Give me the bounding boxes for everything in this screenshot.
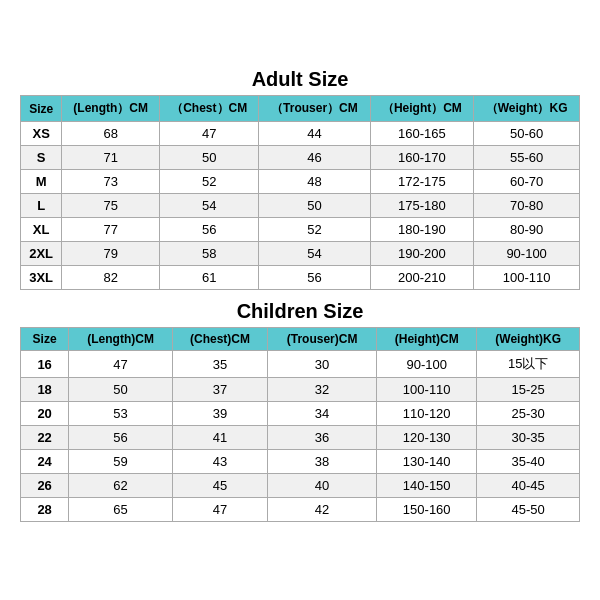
table-row: 1647353090-10015以下	[21, 351, 580, 378]
table-cell: 160-170	[370, 146, 474, 170]
table-cell: 71	[62, 146, 160, 170]
table-row: 26624540140-15040-45	[21, 474, 580, 498]
table-cell: 79	[62, 242, 160, 266]
adult-section: Adult Size Size(Length）CM（Chest）CM（Trous…	[20, 68, 580, 290]
table-cell: 110-120	[377, 402, 477, 426]
table-cell: 50	[160, 146, 259, 170]
table-cell: 140-150	[377, 474, 477, 498]
table-cell: 47	[160, 122, 259, 146]
table-cell: 52	[160, 170, 259, 194]
table-cell: 56	[160, 218, 259, 242]
table-cell: 44	[259, 122, 370, 146]
table-cell: 120-130	[377, 426, 477, 450]
table-cell: M	[21, 170, 62, 194]
table-cell: 47	[172, 498, 267, 522]
children-header-cell: (Weight)KG	[477, 328, 580, 351]
table-row: 20533934110-12025-30	[21, 402, 580, 426]
children-header-cell: (Length)CM	[69, 328, 173, 351]
table-cell: 20	[21, 402, 69, 426]
table-cell: 40	[268, 474, 377, 498]
table-cell: 16	[21, 351, 69, 378]
table-cell: 180-190	[370, 218, 474, 242]
table-cell: 200-210	[370, 266, 474, 290]
table-row: 28654742150-16045-50	[21, 498, 580, 522]
table-cell: 48	[259, 170, 370, 194]
table-cell: 50-60	[474, 122, 580, 146]
table-cell: 82	[62, 266, 160, 290]
table-cell: 60-70	[474, 170, 580, 194]
children-table: Size(Length)CM(Chest)CM(Trouser)CM(Heigh…	[20, 327, 580, 522]
table-cell: 62	[69, 474, 173, 498]
adult-header-cell: （Trouser）CM	[259, 96, 370, 122]
table-cell: 54	[259, 242, 370, 266]
table-cell: 59	[69, 450, 173, 474]
table-cell: 190-200	[370, 242, 474, 266]
children-header-cell: (Trouser)CM	[268, 328, 377, 351]
adult-tbody: XS684744160-16550-60S715046160-17055-60M…	[21, 122, 580, 290]
table-row: 18503732100-11015-25	[21, 378, 580, 402]
table-row: M735248172-17560-70	[21, 170, 580, 194]
table-row: XS684744160-16550-60	[21, 122, 580, 146]
table-cell: 42	[268, 498, 377, 522]
table-cell: 68	[62, 122, 160, 146]
adult-header-cell: Size	[21, 96, 62, 122]
table-row: L755450175-18070-80	[21, 194, 580, 218]
table-cell: 41	[172, 426, 267, 450]
table-cell: 70-80	[474, 194, 580, 218]
table-cell: 50	[69, 378, 173, 402]
table-cell: 15-25	[477, 378, 580, 402]
table-cell: 32	[268, 378, 377, 402]
adult-title: Adult Size	[20, 68, 580, 91]
children-title: Children Size	[20, 300, 580, 323]
table-cell: 25-30	[477, 402, 580, 426]
table-cell: 39	[172, 402, 267, 426]
table-cell: 175-180	[370, 194, 474, 218]
size-chart-container: Adult Size Size(Length）CM（Chest）CM（Trous…	[10, 58, 590, 542]
table-cell: S	[21, 146, 62, 170]
children-section: Children Size Size(Length)CM(Chest)CM(Tr…	[20, 300, 580, 522]
table-cell: 56	[259, 266, 370, 290]
table-cell: XS	[21, 122, 62, 146]
adult-header-cell: （Weight）KG	[474, 96, 580, 122]
table-cell: 37	[172, 378, 267, 402]
table-cell: XL	[21, 218, 62, 242]
table-cell: 172-175	[370, 170, 474, 194]
children-header-cell: Size	[21, 328, 69, 351]
table-cell: 100-110	[474, 266, 580, 290]
table-cell: 28	[21, 498, 69, 522]
table-cell: 150-160	[377, 498, 477, 522]
table-cell: 55-60	[474, 146, 580, 170]
table-cell: 15以下	[477, 351, 580, 378]
table-cell: 56	[69, 426, 173, 450]
table-cell: 38	[268, 450, 377, 474]
table-cell: 30-35	[477, 426, 580, 450]
table-cell: 130-140	[377, 450, 477, 474]
adult-table: Size(Length）CM（Chest）CM（Trouser）CM（Heigh…	[20, 95, 580, 290]
table-cell: 45	[172, 474, 267, 498]
children-header-cell: (Height)CM	[377, 328, 477, 351]
table-row: 22564136120-13030-35	[21, 426, 580, 450]
table-cell: 45-50	[477, 498, 580, 522]
adult-header-cell: （Height）CM	[370, 96, 474, 122]
children-header-cell: (Chest)CM	[172, 328, 267, 351]
table-cell: 52	[259, 218, 370, 242]
adult-header-cell: (Length）CM	[62, 96, 160, 122]
table-cell: 24	[21, 450, 69, 474]
table-cell: 40-45	[477, 474, 580, 498]
adult-header-cell: （Chest）CM	[160, 96, 259, 122]
table-cell: 43	[172, 450, 267, 474]
table-cell: 77	[62, 218, 160, 242]
table-cell: 35	[172, 351, 267, 378]
table-cell: 90-100	[377, 351, 477, 378]
children-tbody: 1647353090-10015以下18503732100-11015-2520…	[21, 351, 580, 522]
table-cell: 100-110	[377, 378, 477, 402]
table-row: S715046160-17055-60	[21, 146, 580, 170]
table-cell: 47	[69, 351, 173, 378]
table-cell: L	[21, 194, 62, 218]
table-cell: 50	[259, 194, 370, 218]
table-row: 24594338130-14035-40	[21, 450, 580, 474]
table-cell: 26	[21, 474, 69, 498]
table-cell: 35-40	[477, 450, 580, 474]
table-cell: 58	[160, 242, 259, 266]
table-cell: 53	[69, 402, 173, 426]
